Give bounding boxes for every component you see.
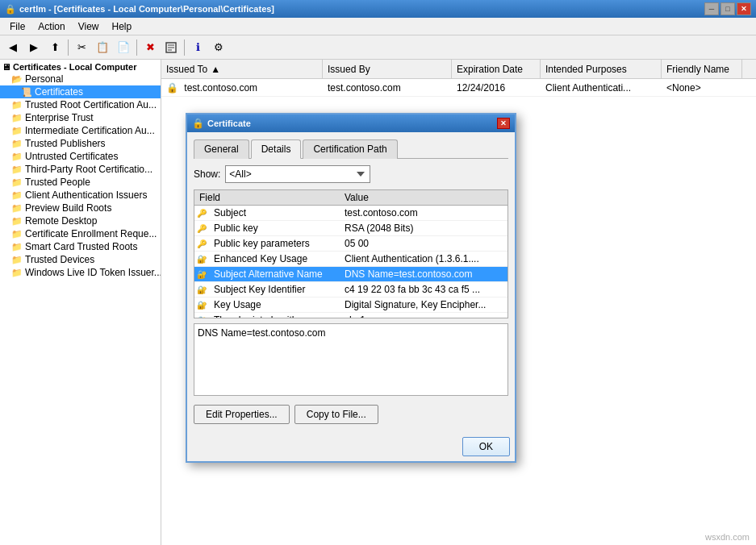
app-icon: 🔒 [5, 3, 16, 15]
tree-item-smartcard[interactable]: 📁 Smart Card Trusted Roots [0, 240, 161, 253]
copy-button[interactable]: 📋 [93, 38, 112, 57]
field-value: Client Authentication (1.3.6.1.... [340, 252, 507, 266]
tree-item-certificates[interactable]: 📜 Certificates [0, 85, 161, 98]
cut-button[interactable]: ✂ [72, 38, 91, 57]
dialog-title-icon: 🔒 [192, 118, 204, 129]
field-row[interactable]: 🔐Subject Key Identifierc4 19 22 03 fa bb… [194, 282, 507, 297]
dialog-buttons: Edit Properties... Copy to File... [194, 405, 508, 424]
field-row[interactable]: 🔑Public key parameters05 00 [194, 236, 507, 252]
tree-item-enterprise[interactable]: 📁 Enterprise Trust [0, 111, 161, 124]
field-value: Digital Signature, Key Encipher... [340, 297, 507, 312]
folder-icon-client-auth: 📁 [11, 190, 23, 201]
menu-help[interactable]: Help [106, 19, 139, 34]
tree-root-label: Certificates - Local Computer [13, 62, 136, 72]
field-name: Public key [209, 221, 340, 235]
menu-file[interactable]: File [3, 19, 31, 34]
col-header-friendly[interactable]: Friendly Name [662, 60, 742, 78]
menu-bar: File Action View Help [0, 18, 756, 35]
field-row[interactable]: 🔑Public keyRSA (2048 Bits) [194, 221, 507, 236]
properties-button[interactable] [161, 38, 181, 57]
cert-friendly: <None> [662, 82, 742, 94]
tab-certification-path[interactable]: Certification Path [303, 139, 397, 159]
up-button[interactable]: ⬆ [45, 38, 65, 57]
field-row[interactable]: 🔐Thumbprint algorithmsha1 [194, 313, 507, 318]
field-name: Subject [209, 206, 340, 220]
tree-item-intermediate[interactable]: 📁 Intermediate Certification Au... [0, 124, 161, 137]
tree-item-remote[interactable]: 📁 Remote Desktop [0, 214, 161, 227]
field-row[interactable]: 🔐Enhanced Key UsageClient Authentication… [194, 252, 507, 267]
tree-item-trusted-people[interactable]: 📁 Trusted People [0, 176, 161, 189]
tree-personal-label: Personal [25, 73, 63, 85]
folder-icon-untrusted: 📁 [11, 152, 23, 162]
field-row-icon: 🔐 [194, 282, 209, 297]
field-row-icon: 🔐 [194, 267, 209, 281]
cert-row[interactable]: 🔒 test.contoso.com test.contoso.com 12/2… [161, 79, 756, 97]
field-value: DNS Name=test.contoso.com [340, 267, 507, 281]
tree-item-client-auth[interactable]: 📁 Client Authentication Issuers [0, 189, 161, 202]
field-row[interactable]: 🔐Subject Alternative NameDNS Name=test.c… [194, 267, 507, 282]
folder-icon-trusted-people: 📁 [11, 177, 23, 188]
tree-root[interactable]: 🖥 Certificates - Local Computer [0, 61, 161, 73]
tree-item-trusted-root[interactable]: 📁 Trusted Root Certification Au... [0, 98, 161, 111]
tree-item-untrusted[interactable]: 📁 Untrusted Certificates [0, 150, 161, 163]
copy-to-file-button[interactable]: Copy to File... [294, 405, 378, 424]
tree-remote-label: Remote Desktop [25, 215, 97, 227]
field-name: Thumbprint algorithm [209, 313, 340, 318]
field-row[interactable]: 🔑Subjecttest.contoso.com [194, 206, 507, 221]
folder-icon-enterprise: 📁 [11, 113, 23, 123]
forward-button[interactable]: ▶ [24, 38, 44, 57]
settings-button[interactable]: ⚙ [209, 38, 228, 57]
col-header-issued-by[interactable]: Issued By [323, 60, 452, 78]
field-name: Subject Alternative Name [209, 267, 340, 281]
maximize-button[interactable]: □ [720, 2, 735, 15]
folder-icon-third-party: 📁 [11, 164, 23, 175]
minimize-button[interactable]: ─ [704, 2, 719, 15]
sort-icon: ▲ [211, 64, 220, 75]
tab-general[interactable]: General [194, 139, 249, 159]
back-button[interactable]: ◀ [3, 38, 23, 57]
toolbar-sep-1 [68, 40, 69, 56]
tree-item-enrollment[interactable]: 📁 Certificate Enrollment Reque... [0, 227, 161, 240]
delete-button[interactable]: ✖ [140, 38, 160, 57]
dialog-ok-row: OK [187, 434, 515, 461]
value-col-header: Value [340, 190, 507, 206]
dialog-title-text: Certificate [207, 119, 497, 128]
tree-panel: 🖥 Certificates - Local Computer 📂 Person… [0, 60, 161, 545]
title-bar-text: certlm - [Certificates - Local Computer\… [19, 4, 704, 14]
tree-item-trusted-devices[interactable]: 📁 Trusted Devices [0, 253, 161, 266]
field-value: c4 19 22 03 fa bb 3c 43 ca f5 ... [340, 282, 507, 297]
field-value: test.contoso.com [340, 206, 507, 220]
help-button[interactable]: ℹ [188, 38, 207, 57]
field-col-header: Field [194, 190, 340, 206]
field-row[interactable]: 🔐Key UsageDigital Signature, Key Enciphe… [194, 297, 507, 313]
ok-button[interactable]: OK [462, 437, 510, 456]
field-row-icon: 🔐 [194, 297, 209, 312]
tree-enterprise-label: Enterprise Trust [25, 112, 94, 123]
tree-item-personal[interactable]: 📂 Personal [0, 73, 161, 85]
col-header-purposes[interactable]: Intended Purposes [541, 60, 662, 78]
edit-properties-button[interactable]: Edit Properties... [194, 405, 290, 424]
menu-action[interactable]: Action [31, 19, 71, 34]
folder-open-icon: 📂 [11, 74, 23, 85]
field-row-icon: 🔑 [194, 206, 209, 220]
menu-view[interactable]: View [72, 19, 106, 34]
value-box[interactable] [194, 323, 508, 396]
folder-icon-trusted-pub: 📁 [11, 139, 23, 149]
tree-item-third-party[interactable]: 📁 Third-Party Root Certificatio... [0, 163, 161, 176]
tree-preview-label: Preview Build Roots [25, 202, 111, 214]
dialog-tabs: General Details Certification Path [194, 139, 508, 159]
tree-item-trusted-pub[interactable]: 📁 Trusted Publishers [0, 137, 161, 150]
tree-item-winlive[interactable]: 📁 Windows Live ID Token Issuer... [0, 266, 161, 279]
tab-details[interactable]: Details [251, 139, 302, 159]
tree-item-preview[interactable]: 📁 Preview Build Roots [0, 202, 161, 214]
show-select[interactable]: <All>Version 1 Fields OnlyExtensions Onl… [225, 165, 370, 183]
paste-button[interactable]: 📄 [114, 38, 133, 57]
dialog-close-button[interactable]: ✕ [497, 118, 510, 129]
col-header-issued-to[interactable]: Issued To ▲ [161, 60, 323, 78]
tree-third-party-label: Third-Party Root Certificatio... [25, 164, 152, 175]
field-table: Field Value 🔑Subjecttest.contoso.com🔑Pub… [194, 189, 508, 318]
close-button[interactable]: ✕ [737, 2, 751, 15]
field-value: 05 00 [340, 236, 507, 251]
col-header-expiration[interactable]: Expiration Date [452, 60, 541, 78]
folder-icon-preview: 📁 [11, 203, 23, 214]
